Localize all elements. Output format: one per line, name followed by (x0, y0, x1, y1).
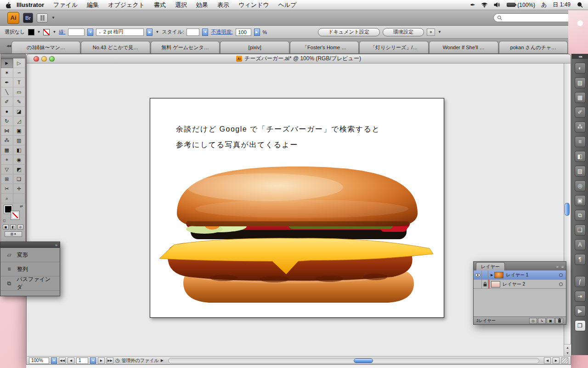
live-paint-selection-tool[interactable]: ◩ (13, 165, 26, 174)
links-panel-icon[interactable]: ⧉ (575, 210, 586, 221)
minimize-button[interactable] (41, 56, 47, 62)
selection-tool[interactable]: ► (1, 58, 13, 68)
menubar-item[interactable]: 編集 (82, 1, 103, 9)
menubar-item[interactable]: 選択 (170, 1, 192, 9)
lock-toggle-empty[interactable] (482, 270, 488, 279)
menubar-app-name[interactable]: Illustrator (11, 1, 49, 8)
stroke-swatch[interactable] (43, 29, 50, 35)
graph-tool[interactable]: ▥ (13, 136, 26, 145)
menubar-item[interactable]: 書式 (149, 1, 170, 9)
arrange-documents-icon[interactable] (37, 13, 48, 23)
gradient-tool[interactable]: ◧ (13, 145, 26, 155)
fill-swatch[interactable] (28, 29, 34, 35)
graphic-styles-panel-icon[interactable]: ▣ (575, 195, 586, 206)
magic-wand-tool[interactable]: ✶ (1, 68, 13, 78)
panel-menu-icon[interactable]: ≡ (561, 264, 564, 269)
swap-fill-stroke-icon[interactable]: ⇄ (20, 204, 23, 208)
free-transform-tool[interactable]: ▣ (13, 126, 26, 136)
character-panel-icon[interactable]: A (575, 239, 586, 250)
mesh-tool[interactable]: ▦ (1, 145, 13, 155)
slice-tool[interactable]: ✂ (1, 184, 13, 194)
browser-tab[interactable]: 「灯りシリーズ」/… (359, 41, 429, 53)
last-page-button[interactable]: ▶▶ (107, 357, 113, 364)
arrange-dropdown-arrow[interactable]: ▼ (51, 16, 55, 20)
apple-menu-icon[interactable] (5, 2, 11, 8)
layer-target-icon[interactable] (559, 282, 563, 286)
preferences-button[interactable]: 環境設定 (383, 28, 424, 36)
opacity-label[interactable]: 不透明度: (211, 29, 232, 35)
paragraph-panel-icon[interactable]: ¶ (575, 254, 586, 265)
next-page-button[interactable]: ▶ (98, 357, 105, 364)
visibility-toggle[interactable] (474, 270, 482, 279)
stroke-weight-field[interactable] (68, 29, 85, 36)
selection-options-icon[interactable]: ⌖ (427, 29, 435, 36)
brush-dropdown-arrow[interactable]: ▼ (155, 30, 159, 34)
selection-options-arrow[interactable]: ▼ (438, 30, 441, 34)
stroke-weight-label[interactable]: 線: (59, 29, 65, 35)
page-number-field[interactable]: 1 (76, 357, 88, 364)
search-input[interactable] (493, 13, 581, 22)
layers-tab[interactable]: レイヤー (476, 262, 505, 270)
color-guide-panel-icon[interactable]: ▧ (575, 77, 586, 88)
scroll-left-button[interactable]: ◀ (544, 357, 551, 364)
pen-input-icon[interactable]: ✒ (470, 1, 475, 8)
line-tool[interactable]: ╲ (1, 87, 13, 97)
screen-mode-button[interactable]: ▥ ▾ (5, 231, 22, 237)
zoom-button[interactable] (49, 56, 55, 62)
color-mode-button[interactable]: ◼ (3, 224, 9, 230)
layer-thumbnail[interactable] (494, 272, 503, 278)
transparency-panel-icon[interactable]: ▨ (575, 166, 586, 177)
color-panel-icon[interactable]: ◐ (575, 63, 586, 74)
file-status-label[interactable]: 管理外のファイル (122, 357, 159, 364)
perspective-grid-tool[interactable]: ⊞ (1, 174, 13, 184)
illustrator-logo[interactable]: Ai (7, 12, 19, 24)
delete-layer-button[interactable] (555, 318, 563, 324)
horizontal-scrollbar[interactable] (168, 358, 539, 363)
layer-target-icon[interactable] (559, 273, 563, 277)
artboards-panel-icon[interactable]: ❏ (575, 224, 586, 236)
opacity-field[interactable]: 100 (236, 29, 251, 36)
symbol-sprayer-tool[interactable]: ⁂ (1, 136, 13, 145)
blend-tool[interactable]: ◉ (13, 155, 26, 165)
tools-panel-header[interactable] (1, 54, 25, 58)
swatches-panel-icon[interactable]: ▦ (575, 92, 586, 103)
browser-tab[interactable]: 無料 ゲームセンタ… (151, 41, 220, 53)
transform-item[interactable]: ▱ 変形 (0, 248, 60, 262)
vertical-scrollbar-thumb[interactable] (565, 203, 570, 216)
fill-dropdown-arrow[interactable]: ▼ (37, 30, 41, 34)
bridge-button[interactable]: Br (23, 13, 33, 23)
brush-dropdown[interactable]: ▶ (147, 29, 153, 36)
empty-slot[interactable] (13, 194, 26, 203)
stroke-weight-dropdown[interactable]: ▼ (87, 29, 93, 36)
first-page-button[interactable]: ◀◀ (59, 357, 66, 364)
brushes-panel-icon[interactable]: ✐ (575, 107, 586, 118)
tabs-panel-icon[interactable]: ⇥ (575, 291, 586, 302)
opentype-panel-icon[interactable]: ƒ (575, 276, 586, 287)
align-item[interactable]: ≡ 整列 (0, 262, 60, 276)
vertical-scroll-arrows[interactable]: ▲▼ (564, 344, 571, 356)
ime-indicator[interactable]: あ (541, 1, 547, 9)
browser-tab[interactable]: Wonder If She'll … (429, 41, 498, 53)
dock-expand-icon[interactable]: ◀◀ (572, 54, 588, 59)
menubar-item[interactable]: 表示 (213, 1, 234, 9)
layer-name[interactable]: レイヤー 2 (503, 281, 525, 288)
symbols-panel-icon[interactable]: ⁂ (575, 121, 586, 132)
gradient-panel-icon[interactable]: ◧ (575, 151, 586, 162)
rotate-tool[interactable]: ↻ (1, 116, 13, 126)
style-field[interactable] (187, 29, 199, 36)
browser-tab[interactable]: [pixiv] (220, 41, 289, 53)
none-mode-button[interactable]: ⊘ (17, 224, 23, 230)
browser-tab[interactable]: No.43 どこかで見… (81, 41, 150, 53)
lasso-tool[interactable]: ∽ (13, 68, 26, 78)
status-flyout-arrow[interactable]: ▶ (161, 358, 164, 362)
layers-panel-icon[interactable]: ❐ (575, 320, 586, 331)
direct-selection-tool[interactable]: ▷ (13, 58, 26, 68)
visibility-toggle-off[interactable] (474, 280, 482, 288)
eyedropper-tool[interactable]: ⌖ (1, 155, 13, 165)
pencil-tool[interactable]: ✎ (13, 97, 26, 107)
style-dropdown[interactable]: ▼ (202, 29, 208, 36)
eraser-tool[interactable]: ◪ (13, 107, 26, 116)
zoom-level-field[interactable]: 100% (29, 357, 49, 364)
zoom-dropdown[interactable]: ▼ (51, 357, 57, 364)
type-tool[interactable]: T (13, 78, 26, 87)
